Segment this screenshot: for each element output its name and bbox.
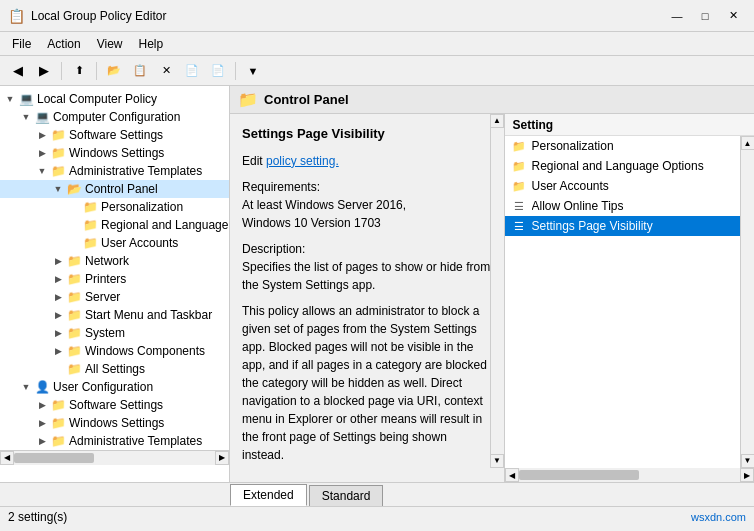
status-bar: 2 setting(s) wsxdn.com xyxy=(0,506,754,528)
policy-icon: ☰ xyxy=(511,218,527,234)
policy-icon: ☰ xyxy=(511,198,527,214)
show-hide-button[interactable]: 📂 xyxy=(102,60,126,82)
properties-button[interactable]: 📄 xyxy=(180,60,204,82)
tree-regional-language[interactable]: 📁 Regional and Language xyxy=(0,216,229,234)
tree-label: Computer Configuration xyxy=(53,110,180,124)
tree-windows-components[interactable]: ▶ 📁 Windows Components xyxy=(0,342,229,360)
tree-label: Server xyxy=(85,290,120,304)
tree-control-panel[interactable]: ▼ 📂 Control Panel xyxy=(0,180,229,198)
settings-header-label: Setting xyxy=(513,118,554,132)
settings-right-scroll: 📁 Personalization 📁 Regional and Languag… xyxy=(505,136,755,468)
hscroll-thumb xyxy=(519,470,639,480)
window-title: Local Group Policy Editor xyxy=(31,9,166,23)
detail-full-description: This policy allows an administrator to b… xyxy=(242,302,492,464)
vscroll-down[interactable]: ▼ xyxy=(490,454,504,468)
tree-label: Start Menu and Taskbar xyxy=(85,308,212,322)
tree-label: Windows Components xyxy=(85,344,205,358)
hscroll-left[interactable]: ◀ xyxy=(0,451,14,465)
settings-panel: Setting 📁 Personalization 📁 Regional and… xyxy=(505,114,755,482)
folder-icon: 📁 xyxy=(66,254,82,268)
folder-icon: 📁 xyxy=(66,272,82,286)
tree-local-computer-policy[interactable]: ▼ 💻 Local Computer Policy xyxy=(0,90,229,108)
settings-vscroll: ▲ ▼ xyxy=(740,136,754,468)
tree-computer-config[interactable]: ▼ 💻 Computer Configuration xyxy=(0,108,229,126)
content-row: Settings Page Visibility Edit policy set… xyxy=(230,114,754,482)
user-icon: 👤 xyxy=(34,380,50,394)
tree-user-windows-settings[interactable]: ▶ 📁 Windows Settings xyxy=(0,414,229,432)
tree-label: Software Settings xyxy=(69,398,163,412)
tree-admin-templates[interactable]: ▼ 📁 Administrative Templates xyxy=(0,162,229,180)
tree-windows-settings[interactable]: ▶ 📁 Windows Settings xyxy=(0,144,229,162)
status-text: 2 setting(s) xyxy=(8,510,67,524)
status-right: wsxdn.com xyxy=(691,511,746,523)
settings-item-regional[interactable]: 📁 Regional and Language Options xyxy=(505,156,741,176)
hscroll-track[interactable] xyxy=(14,451,215,465)
folder-icon: 📁 xyxy=(82,218,98,232)
folder-icon: 📁 xyxy=(66,362,82,376)
menu-action[interactable]: Action xyxy=(39,35,88,53)
folder-icon: 📁 xyxy=(82,200,98,214)
settings-item-personalization[interactable]: 📁 Personalization xyxy=(505,136,741,156)
expand-icon: ▼ xyxy=(18,382,34,392)
expand-icon: ▶ xyxy=(34,148,50,158)
tab-extended[interactable]: Extended xyxy=(230,484,307,506)
tree-user-admin-templates[interactable]: ▶ 📁 Administrative Templates xyxy=(0,432,229,450)
vscroll-up[interactable]: ▲ xyxy=(741,136,755,150)
copy-button[interactable]: 📋 xyxy=(128,60,152,82)
expand-icon: ▼ xyxy=(34,166,50,176)
tree-label: Regional and Language xyxy=(101,218,228,232)
detail-header: 📁 Control Panel xyxy=(230,86,754,114)
main-panel: ▼ 💻 Local Computer Policy ▼ 💻 Computer C… xyxy=(0,86,754,482)
folder-icon: 📁 xyxy=(511,158,527,174)
vscroll-down[interactable]: ▼ xyxy=(741,454,755,468)
menu-view[interactable]: View xyxy=(89,35,131,53)
detail-edit-line: Edit policy setting. xyxy=(242,152,492,170)
filter-button[interactable]: ▼ xyxy=(241,60,265,82)
tree-user-accounts[interactable]: 📁 User Accounts xyxy=(0,234,229,252)
vscroll-up[interactable]: ▲ xyxy=(490,114,504,128)
tree-start-menu[interactable]: ▶ 📁 Start Menu and Taskbar xyxy=(0,306,229,324)
tree-personalization[interactable]: 📁 Personalization xyxy=(0,198,229,216)
tree-user-software-settings[interactable]: ▶ 📁 Software Settings xyxy=(0,396,229,414)
settings-item-allow-online-tips[interactable]: ☰ Allow Online Tips xyxy=(505,196,741,216)
tree-all-settings[interactable]: 📁 All Settings xyxy=(0,360,229,378)
hscroll-right[interactable]: ▶ xyxy=(215,451,229,465)
tree-label: Control Panel xyxy=(85,182,158,196)
menu-help[interactable]: Help xyxy=(131,35,172,53)
tree-system[interactable]: ▶ 📁 System xyxy=(0,324,229,342)
expand-icon: ▶ xyxy=(50,292,66,302)
tree-label: System xyxy=(85,326,125,340)
close-button[interactable]: ✕ xyxy=(720,6,746,26)
hscroll-right[interactable]: ▶ xyxy=(740,468,754,482)
back-button[interactable]: ◀ xyxy=(6,60,30,82)
window-controls: — □ ✕ xyxy=(664,6,746,26)
detail-policy-link[interactable]: policy setting. xyxy=(266,154,339,168)
tree-software-settings[interactable]: ▶ 📁 Software Settings xyxy=(0,126,229,144)
menu-bar: File Action View Help xyxy=(0,32,754,56)
tree-printers[interactable]: ▶ 📁 Printers xyxy=(0,270,229,288)
menu-file[interactable]: File xyxy=(4,35,39,53)
minimize-button[interactable]: — xyxy=(664,6,690,26)
tree-user-config[interactable]: ▼ 👤 User Configuration xyxy=(0,378,229,396)
delete-button[interactable]: ✕ xyxy=(154,60,178,82)
tree-label: Local Computer Policy xyxy=(37,92,157,106)
forward-button[interactable]: ▶ xyxy=(32,60,56,82)
expand-icon: ▶ xyxy=(34,400,50,410)
expand-icon: ▶ xyxy=(34,130,50,140)
hscroll-track[interactable] xyxy=(519,468,741,482)
tree-network[interactable]: ▶ 📁 Network xyxy=(0,252,229,270)
help-button[interactable]: 📄 xyxy=(206,60,230,82)
tab-standard[interactable]: Standard xyxy=(309,485,384,506)
hscroll-left[interactable]: ◀ xyxy=(505,468,519,482)
settings-hscroll: ◀ ▶ xyxy=(505,468,755,482)
tabs-bar: Extended Standard xyxy=(0,482,754,506)
folder-icon: 📁 xyxy=(50,128,66,142)
maximize-button[interactable]: □ xyxy=(692,6,718,26)
settings-item-page-visibility[interactable]: ☰ Settings Page Visibility xyxy=(505,216,741,236)
settings-item-user-accounts[interactable]: 📁 User Accounts xyxy=(505,176,741,196)
up-button[interactable]: ⬆ xyxy=(67,60,91,82)
tree-label: Windows Settings xyxy=(69,416,164,430)
folder-icon: 📁 xyxy=(66,344,82,358)
folder-icon: 📁 xyxy=(66,326,82,340)
tree-server[interactable]: ▶ 📁 Server xyxy=(0,288,229,306)
